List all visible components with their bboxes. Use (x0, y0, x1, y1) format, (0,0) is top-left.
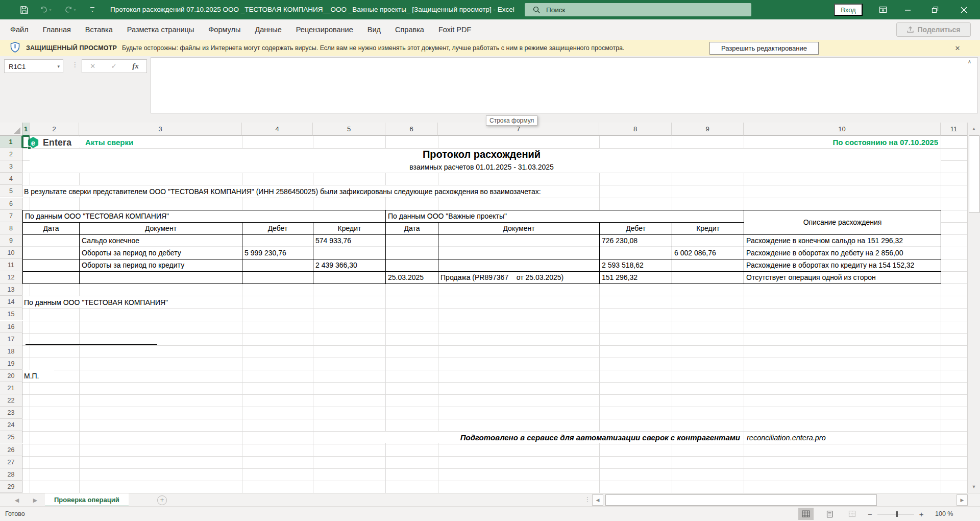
column-header-1[interactable]: 1 (22, 123, 30, 136)
recon-cell-r12-c1[interactable] (23, 271, 80, 283)
recon-cell-r10-c9[interactable]: Расхождение в оборотах по дебету на 2 85… (744, 247, 941, 259)
recon-cell-r9-c6[interactable] (438, 234, 600, 247)
recon-cell-r11-c3[interactable] (242, 259, 313, 271)
row-header-14[interactable]: 14 (0, 296, 22, 308)
row-header-8[interactable]: 8 (0, 222, 22, 234)
name-box[interactable]: R1C1 ▾ (4, 59, 63, 73)
ribbon-tab-2[interactable]: Главная (36, 19, 78, 40)
recon-cell-r10-c8[interactable]: 6 002 086,76 (672, 247, 744, 259)
recon-cell-r11-c8[interactable] (672, 259, 744, 271)
recon-cell-r12-c7[interactable]: 151 296,32 (600, 271, 672, 283)
left-date-header[interactable]: Дата (23, 222, 80, 234)
row-header-12[interactable]: 12 (0, 271, 22, 283)
row-header-26[interactable]: 26 (0, 444, 22, 456)
recon-cell-r10-c4[interactable] (313, 247, 386, 259)
scroll-up-icon[interactable]: ▲ (969, 124, 979, 134)
recon-cell-r10-c3[interactable]: 5 999 230,76 (242, 247, 313, 259)
column-header-6[interactable]: 6 (385, 123, 438, 136)
vertical-scroll-thumb[interactable] (969, 135, 979, 213)
minimize-button[interactable] (896, 0, 919, 19)
recon-cell-r10-c6[interactable] (438, 247, 600, 259)
description-header[interactable]: Описание расхождения (744, 210, 941, 234)
row-header-6[interactable]: 6 (0, 198, 22, 210)
close-button[interactable] (952, 0, 975, 19)
row-header-29[interactable]: 29 (0, 481, 22, 493)
recon-cell-r9-c9[interactable]: Расхождение в конечном сальдо на 151 296… (744, 234, 941, 247)
zoom-out-icon[interactable]: − (868, 510, 872, 518)
sign-in-button[interactable]: Вход (834, 4, 863, 16)
sheet-tab-active[interactable]: Проверка операций (45, 493, 129, 507)
vertical-scrollbar[interactable]: ▲ ▼ (967, 123, 980, 493)
zoom-level[interactable]: 100 % (935, 507, 953, 521)
ribbon-display-options-icon[interactable] (872, 0, 894, 19)
zoom-in-icon[interactable]: + (919, 510, 924, 518)
row-header-7[interactable]: 7 (0, 210, 22, 222)
recon-cell-r11-c7[interactable]: 2 593 518,62 (600, 259, 672, 271)
row-header-20[interactable]: 20 (0, 370, 22, 382)
scroll-down-icon[interactable]: ▼ (969, 482, 979, 492)
left-debit-header[interactable]: Дебет (242, 222, 313, 234)
recon-cell-r12-c6[interactable]: Продажа (PR897367 от 25.03.2025) (438, 271, 600, 283)
normal-view-icon[interactable] (798, 508, 814, 520)
page-layout-view-icon[interactable] (822, 508, 837, 520)
left-credit-header[interactable]: Кредит (313, 222, 386, 234)
recon-cell-r9-c1[interactable] (23, 234, 80, 247)
page-break-view-icon[interactable] (844, 508, 860, 520)
zoom-slider-handle[interactable] (896, 511, 898, 517)
column-header-3[interactable]: 3 (79, 123, 242, 136)
recon-cell-r11-c4[interactable]: 2 439 366,30 (313, 259, 386, 271)
recon-cell-r10-c5[interactable] (386, 247, 438, 259)
recon-cell-r9-c3[interactable] (242, 234, 313, 247)
insert-function-icon[interactable]: fx (132, 62, 139, 70)
row-header-24[interactable]: 24 (0, 419, 22, 431)
confirm-entry-icon[interactable]: ✓ (111, 62, 117, 70)
column-header-9[interactable]: 9 (672, 123, 744, 136)
row-header-16[interactable]: 16 (0, 321, 22, 333)
recon-cell-r11-c1[interactable] (23, 259, 80, 271)
customize-toolbar-icon[interactable]: ⌄ (84, 0, 101, 19)
horizontal-scroll-thumb[interactable] (605, 494, 877, 506)
row-header-19[interactable]: 19 (0, 358, 22, 370)
row-header-3[interactable]: 3 (0, 160, 22, 173)
right-credit-header[interactable]: Кредит (672, 222, 744, 234)
name-box-dropdown-icon[interactable]: ▾ (57, 60, 60, 74)
banner-close-icon[interactable]: ✕ (948, 40, 967, 56)
row-header-28[interactable]: 28 (0, 468, 22, 481)
recon-cell-r10-c7[interactable] (600, 247, 672, 259)
recon-cell-r10-c1[interactable] (23, 247, 80, 259)
column-header-5[interactable]: 5 (313, 123, 385, 136)
recon-cell-r11-c6[interactable] (438, 259, 600, 271)
ribbon-tab-4[interactable]: Разметка страницы (120, 19, 202, 40)
ribbon-tab-3[interactable]: Вставка (78, 19, 120, 40)
right-company-header[interactable]: По данным ООО "Важные проекты" (386, 210, 744, 222)
recon-cell-r12-c4[interactable] (313, 271, 386, 283)
row-header-27[interactable]: 27 (0, 456, 22, 468)
row-header-13[interactable]: 13 (0, 283, 22, 296)
recon-cell-r11-c5[interactable] (386, 259, 438, 271)
formula-bar-input[interactable]: ∧ (151, 57, 978, 113)
recon-cell-r11-c2[interactable]: Обороты за период по кредиту (80, 259, 242, 271)
row-header-10[interactable]: 10 (0, 247, 22, 259)
zoom-slider[interactable] (877, 514, 914, 514)
column-header-4[interactable]: 4 (242, 123, 313, 136)
left-company-header[interactable]: По данным ООО "ТЕСТОВАЯ КОМПАНИЯ" (23, 210, 386, 222)
cancel-entry-icon[interactable]: ✕ (90, 62, 95, 70)
row-header-2[interactable]: 2 (0, 148, 22, 160)
recon-cell-r9-c7[interactable]: 726 230,08 (600, 234, 672, 247)
column-header-10[interactable]: 10 (744, 123, 941, 136)
scroll-right-icon[interactable]: ▶ (957, 494, 968, 506)
next-sheet-icon[interactable]: ▶ (28, 493, 43, 507)
ribbon-tab-7[interactable]: Рецензирование (289, 19, 360, 40)
recon-cell-r9-c5[interactable] (386, 234, 438, 247)
recon-cell-r9-c8[interactable] (672, 234, 744, 247)
right-document-header[interactable]: Документ (438, 222, 600, 234)
row-header-22[interactable]: 22 (0, 394, 22, 407)
ribbon-tab-5[interactable]: Формулы (201, 19, 248, 40)
column-header-2[interactable]: 2 (30, 123, 79, 136)
recon-cell-r12-c3[interactable] (242, 271, 313, 283)
select-all-corner[interactable] (0, 123, 22, 136)
save-icon[interactable] (15, 0, 33, 19)
ribbon-tab-10[interactable]: Foxit PDF (431, 19, 478, 40)
row-header-25[interactable]: 25 (0, 431, 22, 443)
fill-handle[interactable] (28, 146, 31, 150)
